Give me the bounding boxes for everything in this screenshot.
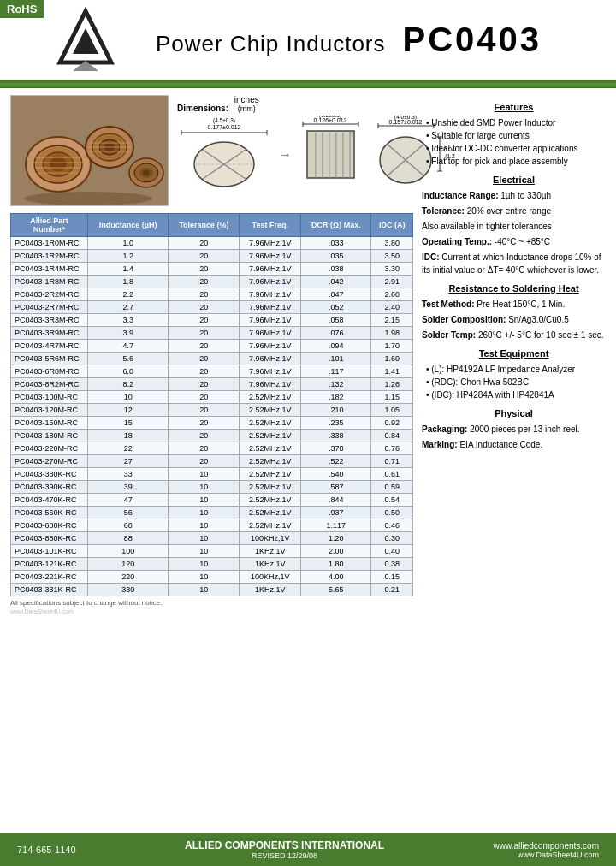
body: Dimensions: inches (mm) <box>0 88 616 621</box>
table-row: PC0403-120M-RC12202.52MHz,1V.2101.05 <box>11 404 413 417</box>
table-cell: .210 <box>301 404 371 417</box>
right-section: Features Unshielded SMD Power InductorSu… <box>422 95 606 614</box>
table-cell: 20 <box>169 340 240 353</box>
table-cell: 3.80 <box>371 237 413 250</box>
packaging-label: Packaging: <box>422 424 467 434</box>
table-cell: 3.30 <box>371 263 413 276</box>
table-cell: 0.50 <box>371 507 413 519</box>
table-cell: 1.60 <box>371 353 413 365</box>
table-cell: PC0403-220M-RC <box>11 442 88 455</box>
table-cell: 7.96MHz,1V <box>240 250 301 263</box>
table-cell: 100KHz,1V <box>240 571 301 584</box>
table-cell: .117 <box>301 365 371 378</box>
table-cell: 20 <box>169 301 240 314</box>
table-cell: PC0403-330K-RC <box>11 468 88 481</box>
test-equipment-title: Test Equipment <box>422 348 606 359</box>
footer-revised: REVISED 12/29/08 <box>185 851 384 860</box>
table-cell: 2.52MHz,1V <box>240 481 301 494</box>
physical-content: Packaging: 2000 pieces per 13 inch reel.… <box>422 423 606 451</box>
table-cell: .047 <box>301 288 371 301</box>
table-cell: 20 <box>169 327 240 340</box>
table-cell: 0.21 <box>371 584 413 596</box>
table-cell: PC0403-5R6M-RC <box>11 353 88 365</box>
idc-label: IDC: <box>422 252 440 262</box>
part-number: PC0403 <box>403 21 542 59</box>
table-cell: 2.52MHz,1V <box>240 417 301 430</box>
col-header-idc: IDC (A) <box>371 214 413 237</box>
table-cell: 1.70 <box>371 340 413 353</box>
table-cell: 20 <box>169 250 240 263</box>
svg-text:(4.5±0.3): (4.5±0.3) <box>213 117 235 124</box>
solder-temp-value: 260°C +/- 5°C for 10 sec ± 1 sec. <box>478 330 604 340</box>
table-row: PC0403-2R2M-RC2.2207.96MHz,1V.0472.60 <box>11 288 413 301</box>
table-cell: .033 <box>301 237 371 250</box>
svg-text:0.126±0.012: 0.126±0.012 <box>314 117 347 123</box>
table-cell: 20 <box>169 378 240 391</box>
soldering-title: Resistance to Soldering Heat <box>422 283 606 294</box>
dimensions-label: Dimensions: inches (mm) <box>177 95 455 113</box>
table-cell: 0.84 <box>371 430 413 442</box>
table-cell: 100KHz,1V <box>240 532 301 545</box>
table-cell: PC0403-1R0M-RC <box>11 237 88 250</box>
diagrams-row: 0.177±0.012 (4.5±0.3) → <box>177 116 455 194</box>
feature-item: Suitable for large currents <box>426 129 606 142</box>
table-row: PC0403-6R8M-RC6.8207.96MHz,1V.1171.41 <box>11 365 413 378</box>
features-title: Features <box>422 102 606 112</box>
table-cell: .378 <box>301 442 371 455</box>
table-cell: .076 <box>301 327 371 340</box>
table-cell: 2.7 <box>88 301 169 314</box>
operating-label: Operating Temp.: <box>422 237 492 246</box>
table-cell: 10 <box>169 519 240 532</box>
table-cell: 5.6 <box>88 353 169 365</box>
table-cell: 7.96MHz,1V <box>240 263 301 276</box>
feature-item: Flat top for pick and place assembly <box>426 155 606 168</box>
table-cell: PC0403-3R9M-RC <box>11 327 88 340</box>
svg-point-23 <box>24 192 152 205</box>
table-cell: 20 <box>169 417 240 430</box>
marking-value: EIA Inductance Code. <box>459 440 542 449</box>
table-cell: 20 <box>169 276 240 288</box>
idc-value: Current at which Inductance drops 10% of… <box>422 252 601 275</box>
table-cell: PC0403-880K-RC <box>11 532 88 545</box>
test-equipment-content: (L): HP4192A LF Impedance Analyzer(RDC):… <box>422 363 606 401</box>
table-cell: PC0403-6R8M-RC <box>11 365 88 378</box>
col-header-part: Allied Part Number* <box>11 214 88 237</box>
table-cell: .540 <box>301 468 371 481</box>
table-cell: 1.4 <box>88 263 169 276</box>
soldering-content: Test Method: Pre Heat 150°C, 1 Min. Sold… <box>422 298 606 341</box>
footer-phone: 714-665-1140 <box>17 845 76 855</box>
table-cell: 0.92 <box>371 417 413 430</box>
product-image-svg <box>11 96 169 206</box>
logo-svg <box>56 7 116 71</box>
table-cell: 220 <box>88 571 169 584</box>
table-row: PC0403-880K-RC8810100KHz,1V1.200.30 <box>11 532 413 545</box>
table-cell: 2.52MHz,1V <box>240 494 301 507</box>
table-cell: .094 <box>301 340 371 353</box>
table-cell: 2.52MHz,1V <box>240 391 301 404</box>
table-row: PC0403-1R2M-RC1.2207.96MHz,1V.0353.50 <box>11 250 413 263</box>
table-cell: PC0403-100M-RC <box>11 391 88 404</box>
table-cell: 4.7 <box>88 340 169 353</box>
table-cell: 1.117 <box>301 519 371 532</box>
table-cell: 2.2 <box>88 288 169 301</box>
table-cell: 1.80 <box>301 558 371 571</box>
table-row: PC0403-180M-RC18202.52MHz,1V.3380.84 <box>11 430 413 442</box>
table-cell: 56 <box>88 507 169 519</box>
table-cell: .235 <box>301 417 371 430</box>
footer-company: ALLIED COMPONENTS INTERNATIONAL REVISED … <box>185 839 384 860</box>
table-cell: 39 <box>88 481 169 494</box>
watermark: www.DataSheet4U.com <box>10 608 413 614</box>
table-cell: .587 <box>301 481 371 494</box>
table-cell: PC0403-560K-RC <box>11 507 88 519</box>
table-cell: 20 <box>169 442 240 455</box>
header: Power Chip Inductors PC0403 <box>0 0 616 83</box>
product-image <box>10 95 169 206</box>
solder-temp-label: Solder Temp: <box>422 330 476 340</box>
table-cell: 2.52MHz,1V <box>240 519 301 532</box>
packaging-value: 2000 pieces per 13 inch reel. <box>470 424 579 434</box>
table-cell: PC0403-1R4M-RC <box>11 263 88 276</box>
table-cell: 3.3 <box>88 314 169 327</box>
rohs-badge: RoHS <box>0 0 44 18</box>
table-cell: 10 <box>169 558 240 571</box>
svg-rect-38 <box>307 131 354 178</box>
